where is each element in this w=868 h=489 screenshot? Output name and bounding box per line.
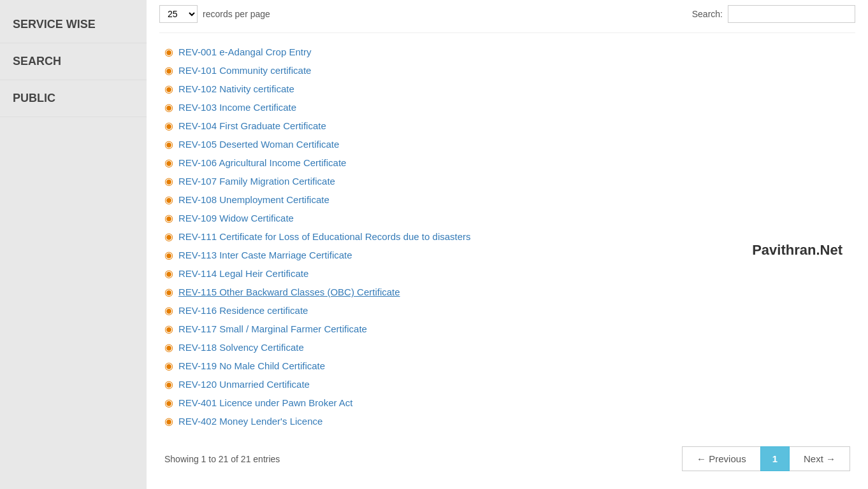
search-label: Search: xyxy=(692,9,723,19)
pagination-area: Showing 1 to 21 of 21 entries ← Previous… xyxy=(159,437,855,474)
list-item: ◉REV-001 e-Adangal Crop Entry xyxy=(159,43,855,61)
bullet-icon: ◉ xyxy=(164,157,173,169)
service-link[interactable]: REV-104 First Graduate Certificate xyxy=(178,120,326,131)
service-link[interactable]: REV-102 Nativity certificate xyxy=(178,83,294,94)
bullet-icon: ◉ xyxy=(164,286,173,298)
list-item: ◉REV-115 Other Backward Classes (OBC) Ce… xyxy=(159,283,855,301)
service-link[interactable]: REV-113 Inter Caste Marriage Certificate xyxy=(178,250,352,260)
records-per-page-control: 25 10 50 100 records per page xyxy=(159,5,270,23)
service-link[interactable]: REV-103 Income Certificate xyxy=(178,102,296,113)
list-item: ◉REV-107 Family Migration Certificate xyxy=(159,172,855,190)
list-item: ◉REV-120 Unmarried Certificate xyxy=(159,375,855,393)
list-item: ◉REV-106 Agricultural Income Certificate xyxy=(159,153,855,172)
bullet-icon: ◉ xyxy=(164,230,173,243)
service-link[interactable]: REV-109 Widow Certificate xyxy=(178,213,294,223)
showing-text: Showing 1 to 21 of 21 entries xyxy=(164,454,280,464)
list-item: ◉REV-119 No Male Child Certificate xyxy=(159,357,855,375)
list-item: ◉REV-105 Deserted Woman Certificate xyxy=(159,135,855,153)
list-item: ◉REV-104 First Graduate Certificate xyxy=(159,117,855,135)
list-item: ◉REV-402 Money Lender's Licence xyxy=(159,412,855,430)
next-button[interactable]: Next → xyxy=(790,446,850,471)
list-item: ◉REV-108 Unemployment Certificate xyxy=(159,190,855,209)
bullet-icon: ◉ xyxy=(164,378,173,390)
bullet-icon: ◉ xyxy=(164,304,173,316)
service-link[interactable]: REV-115 Other Backward Classes (OBC) Cer… xyxy=(178,287,400,297)
list-item: ◉REV-401 Licence under Pawn Broker Act xyxy=(159,393,855,412)
previous-button[interactable]: ← Previous xyxy=(682,446,760,471)
list-item: ◉REV-114 Legal Heir Certificate xyxy=(159,264,855,283)
bullet-icon: ◉ xyxy=(164,120,173,132)
service-link[interactable]: REV-120 Unmarried Certificate xyxy=(178,379,310,390)
bullet-icon: ◉ xyxy=(164,397,173,409)
list-item: ◉REV-117 Small / Marginal Farmer Certifi… xyxy=(159,320,855,338)
service-link[interactable]: REV-116 Residence certificate xyxy=(178,305,308,316)
list-item: ◉REV-101 Community certificate xyxy=(159,61,855,80)
records-per-page-label: records per page xyxy=(203,9,270,19)
bullet-icon: ◉ xyxy=(164,46,173,58)
service-link[interactable]: REV-001 e-Adangal Crop Entry xyxy=(178,46,311,57)
bullet-icon: ◉ xyxy=(164,323,173,335)
list-item: ◉REV-102 Nativity certificate xyxy=(159,80,855,98)
service-list: ◉REV-001 e-Adangal Crop Entry◉REV-101 Co… xyxy=(159,39,855,434)
bullet-icon: ◉ xyxy=(164,267,173,280)
sidebar-item-search[interactable]: SEARCH xyxy=(0,43,147,80)
service-link[interactable]: REV-106 Agricultural Income Certificate xyxy=(178,157,346,168)
search-bar: Search: xyxy=(692,5,855,23)
main-content: 25 10 50 100 records per page Search: ◉R… xyxy=(147,0,868,489)
sidebar-item-service-wise[interactable]: SERVICE WISE xyxy=(0,6,147,43)
bullet-icon: ◉ xyxy=(164,194,173,206)
sidebar-item-public[interactable]: PUBLIC xyxy=(0,80,147,117)
service-link[interactable]: REV-111 Certificate for Loss of Educatio… xyxy=(178,231,471,242)
bullet-icon: ◉ xyxy=(164,415,173,427)
pagination-controls: ← Previous 1 Next → xyxy=(682,446,850,471)
search-input[interactable] xyxy=(728,5,855,23)
top-bar: 25 10 50 100 records per page Search: xyxy=(159,0,855,33)
bullet-icon: ◉ xyxy=(164,360,173,372)
list-item: ◉REV-116 Residence certificate xyxy=(159,301,855,320)
bullet-icon: ◉ xyxy=(164,341,173,353)
list-item: ◉REV-103 Income Certificate xyxy=(159,98,855,117)
bullet-icon: ◉ xyxy=(164,249,173,261)
list-item: ◉REV-109 Widow Certificate xyxy=(159,209,855,227)
page-number-button[interactable]: 1 xyxy=(760,446,790,471)
service-link[interactable]: REV-107 Family Migration Certificate xyxy=(178,176,335,187)
service-link[interactable]: REV-118 Solvency Certificate xyxy=(178,342,304,353)
service-link[interactable]: REV-101 Community certificate xyxy=(178,65,311,76)
sidebar: SERVICE WISESEARCHPUBLIC xyxy=(0,0,147,489)
service-link[interactable]: REV-114 Legal Heir Certificate xyxy=(178,268,308,279)
bullet-icon: ◉ xyxy=(164,212,173,224)
list-item: ◉REV-113 Inter Caste Marriage Certificat… xyxy=(159,246,855,264)
list-item: ◉REV-111 Certificate for Loss of Educati… xyxy=(159,227,855,246)
list-item: ◉REV-118 Solvency Certificate xyxy=(159,338,855,357)
service-link[interactable]: REV-119 No Male Child Certificate xyxy=(178,360,325,371)
bullet-icon: ◉ xyxy=(164,64,173,76)
bullet-icon: ◉ xyxy=(164,175,173,187)
bullet-icon: ◉ xyxy=(164,138,173,150)
records-per-page-select[interactable]: 25 10 50 100 xyxy=(159,5,198,23)
bullet-icon: ◉ xyxy=(164,101,173,113)
service-link[interactable]: REV-108 Unemployment Certificate xyxy=(178,194,329,205)
bullet-icon: ◉ xyxy=(164,83,173,95)
service-link[interactable]: REV-402 Money Lender's Licence xyxy=(178,416,322,427)
service-link[interactable]: REV-401 Licence under Pawn Broker Act xyxy=(178,397,353,408)
service-link[interactable]: REV-117 Small / Marginal Farmer Certific… xyxy=(178,323,367,334)
service-link[interactable]: REV-105 Deserted Woman Certificate xyxy=(178,139,339,150)
